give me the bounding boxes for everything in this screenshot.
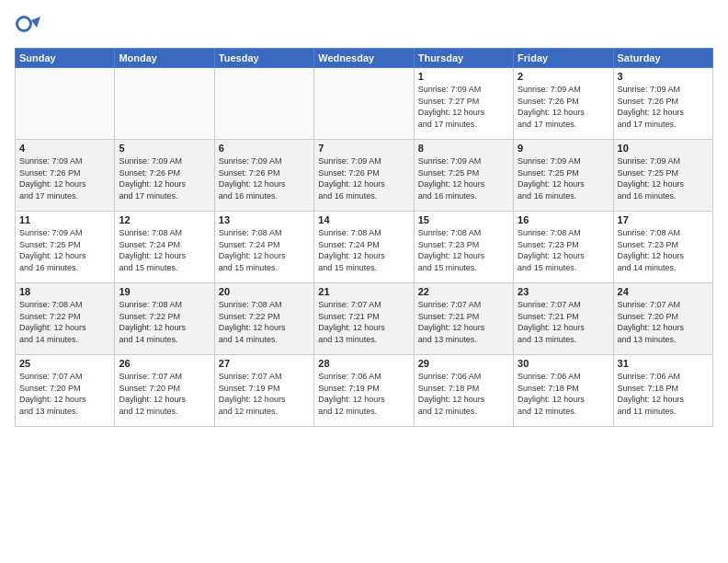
day-info: Sunrise: 7:09 AM Sunset: 7:27 PM Dayligh… xyxy=(418,84,509,130)
calendar-day-18: 18Sunrise: 7:08 AM Sunset: 7:22 PM Dayli… xyxy=(16,283,115,355)
calendar-week-row: 4Sunrise: 7:09 AM Sunset: 7:26 PM Daylig… xyxy=(16,140,713,212)
day-info: Sunrise: 7:08 AM Sunset: 7:23 PM Dayligh… xyxy=(518,227,609,273)
svg-point-1 xyxy=(18,18,29,29)
calendar-table: SundayMondayTuesdayWednesdayThursdayFrid… xyxy=(15,48,713,427)
day-info: Sunrise: 7:09 AM Sunset: 7:26 PM Dayligh… xyxy=(318,155,409,201)
weekday-header-thursday: Thursday xyxy=(414,49,513,68)
weekday-header-tuesday: Tuesday xyxy=(214,49,313,68)
day-info: Sunrise: 7:08 AM Sunset: 7:22 PM Dayligh… xyxy=(219,299,310,345)
calendar-day-6: 6Sunrise: 7:09 AM Sunset: 7:26 PM Daylig… xyxy=(214,140,313,212)
day-info: Sunrise: 7:06 AM Sunset: 7:19 PM Dayligh… xyxy=(318,371,409,417)
day-number: 6 xyxy=(219,143,310,154)
day-number: 22 xyxy=(418,286,509,297)
day-number: 11 xyxy=(19,214,110,225)
calendar-day-12: 12Sunrise: 7:08 AM Sunset: 7:24 PM Dayli… xyxy=(115,212,214,283)
calendar-day-8: 8Sunrise: 7:09 AM Sunset: 7:25 PM Daylig… xyxy=(414,140,513,212)
day-info: Sunrise: 7:08 AM Sunset: 7:22 PM Dayligh… xyxy=(119,299,210,345)
day-number: 9 xyxy=(518,143,609,154)
calendar-day-7: 7Sunrise: 7:09 AM Sunset: 7:26 PM Daylig… xyxy=(314,140,414,212)
day-info: Sunrise: 7:09 AM Sunset: 7:26 PM Dayligh… xyxy=(19,155,110,201)
calendar-empty-cell xyxy=(214,68,313,140)
calendar-day-17: 17Sunrise: 7:08 AM Sunset: 7:23 PM Dayli… xyxy=(613,212,712,283)
logo-icon xyxy=(15,15,40,40)
day-info: Sunrise: 7:06 AM Sunset: 7:18 PM Dayligh… xyxy=(518,371,609,417)
calendar-day-14: 14Sunrise: 7:08 AM Sunset: 7:24 PM Dayli… xyxy=(314,212,414,283)
day-number: 1 xyxy=(418,71,509,82)
calendar-empty-cell xyxy=(314,68,414,140)
day-info: Sunrise: 7:07 AM Sunset: 7:20 PM Dayligh… xyxy=(19,371,110,417)
day-number: 12 xyxy=(119,214,210,225)
page: SundayMondayTuesdayWednesdayThursdayFrid… xyxy=(0,0,728,563)
calendar-day-10: 10Sunrise: 7:09 AM Sunset: 7:25 PM Dayli… xyxy=(613,140,712,212)
calendar-day-9: 9Sunrise: 7:09 AM Sunset: 7:25 PM Daylig… xyxy=(514,140,613,212)
day-number: 29 xyxy=(418,358,509,369)
calendar-day-4: 4Sunrise: 7:09 AM Sunset: 7:26 PM Daylig… xyxy=(16,140,115,212)
day-number: 14 xyxy=(318,214,409,225)
day-number: 3 xyxy=(618,71,709,82)
calendar-day-15: 15Sunrise: 7:08 AM Sunset: 7:23 PM Dayli… xyxy=(414,212,513,283)
calendar-day-19: 19Sunrise: 7:08 AM Sunset: 7:22 PM Dayli… xyxy=(115,283,214,355)
day-number: 23 xyxy=(518,286,609,297)
day-info: Sunrise: 7:07 AM Sunset: 7:21 PM Dayligh… xyxy=(518,299,609,345)
calendar-day-29: 29Sunrise: 7:06 AM Sunset: 7:18 PM Dayli… xyxy=(414,355,513,427)
day-info: Sunrise: 7:08 AM Sunset: 7:24 PM Dayligh… xyxy=(219,227,310,273)
calendar-day-25: 25Sunrise: 7:07 AM Sunset: 7:20 PM Dayli… xyxy=(16,355,115,427)
day-number: 2 xyxy=(518,71,609,82)
weekday-header-wednesday: Wednesday xyxy=(314,49,414,68)
day-number: 28 xyxy=(318,358,409,369)
calendar-day-21: 21Sunrise: 7:07 AM Sunset: 7:21 PM Dayli… xyxy=(314,283,414,355)
calendar-day-24: 24Sunrise: 7:07 AM Sunset: 7:20 PM Dayli… xyxy=(613,283,712,355)
day-number: 30 xyxy=(518,358,609,369)
calendar-empty-cell xyxy=(16,68,115,140)
calendar-day-3: 3Sunrise: 7:09 AM Sunset: 7:26 PM Daylig… xyxy=(613,68,712,140)
weekday-header-monday: Monday xyxy=(115,49,214,68)
calendar-week-row: 1Sunrise: 7:09 AM Sunset: 7:27 PM Daylig… xyxy=(16,68,713,140)
calendar-day-11: 11Sunrise: 7:09 AM Sunset: 7:25 PM Dayli… xyxy=(16,212,115,283)
day-info: Sunrise: 7:09 AM Sunset: 7:25 PM Dayligh… xyxy=(518,155,609,201)
day-number: 7 xyxy=(318,143,409,154)
day-info: Sunrise: 7:09 AM Sunset: 7:26 PM Dayligh… xyxy=(119,155,210,201)
calendar-day-2: 2Sunrise: 7:09 AM Sunset: 7:26 PM Daylig… xyxy=(514,68,613,140)
calendar-day-27: 27Sunrise: 7:07 AM Sunset: 7:19 PM Dayli… xyxy=(214,355,313,427)
day-number: 25 xyxy=(19,358,110,369)
day-number: 24 xyxy=(618,286,709,297)
day-info: Sunrise: 7:08 AM Sunset: 7:23 PM Dayligh… xyxy=(618,227,709,273)
day-number: 13 xyxy=(219,214,310,225)
day-number: 20 xyxy=(219,286,310,297)
day-info: Sunrise: 7:08 AM Sunset: 7:22 PM Dayligh… xyxy=(19,299,110,345)
day-number: 31 xyxy=(618,358,709,369)
day-info: Sunrise: 7:08 AM Sunset: 7:23 PM Dayligh… xyxy=(418,227,509,273)
day-number: 17 xyxy=(618,214,709,225)
day-info: Sunrise: 7:09 AM Sunset: 7:25 PM Dayligh… xyxy=(418,155,509,201)
day-number: 26 xyxy=(119,358,210,369)
calendar-day-13: 13Sunrise: 7:08 AM Sunset: 7:24 PM Dayli… xyxy=(214,212,313,283)
day-info: Sunrise: 7:09 AM Sunset: 7:25 PM Dayligh… xyxy=(19,227,110,273)
calendar-empty-cell xyxy=(115,68,214,140)
day-info: Sunrise: 7:07 AM Sunset: 7:21 PM Dayligh… xyxy=(318,299,409,345)
day-info: Sunrise: 7:06 AM Sunset: 7:18 PM Dayligh… xyxy=(618,371,709,417)
day-info: Sunrise: 7:07 AM Sunset: 7:20 PM Dayligh… xyxy=(618,299,709,345)
day-number: 27 xyxy=(219,358,310,369)
day-number: 5 xyxy=(119,143,210,154)
calendar-day-28: 28Sunrise: 7:06 AM Sunset: 7:19 PM Dayli… xyxy=(314,355,414,427)
day-number: 8 xyxy=(418,143,509,154)
day-number: 19 xyxy=(119,286,210,297)
header xyxy=(15,15,713,40)
calendar-header-row: SundayMondayTuesdayWednesdayThursdayFrid… xyxy=(16,49,713,68)
day-number: 21 xyxy=(318,286,409,297)
calendar-week-row: 25Sunrise: 7:07 AM Sunset: 7:20 PM Dayli… xyxy=(16,355,713,427)
day-number: 4 xyxy=(19,143,110,154)
day-number: 16 xyxy=(518,214,609,225)
day-info: Sunrise: 7:07 AM Sunset: 7:20 PM Dayligh… xyxy=(119,371,210,417)
calendar-day-30: 30Sunrise: 7:06 AM Sunset: 7:18 PM Dayli… xyxy=(514,355,613,427)
day-number: 10 xyxy=(618,143,709,154)
day-info: Sunrise: 7:08 AM Sunset: 7:24 PM Dayligh… xyxy=(318,227,409,273)
calendar-day-1: 1Sunrise: 7:09 AM Sunset: 7:27 PM Daylig… xyxy=(414,68,513,140)
day-info: Sunrise: 7:09 AM Sunset: 7:26 PM Dayligh… xyxy=(618,84,709,130)
calendar-day-5: 5Sunrise: 7:09 AM Sunset: 7:26 PM Daylig… xyxy=(115,140,214,212)
weekday-header-friday: Friday xyxy=(514,49,613,68)
weekday-header-sunday: Sunday xyxy=(16,49,115,68)
day-number: 15 xyxy=(418,214,509,225)
day-info: Sunrise: 7:09 AM Sunset: 7:26 PM Dayligh… xyxy=(518,84,609,130)
calendar-day-31: 31Sunrise: 7:06 AM Sunset: 7:18 PM Dayli… xyxy=(613,355,712,427)
